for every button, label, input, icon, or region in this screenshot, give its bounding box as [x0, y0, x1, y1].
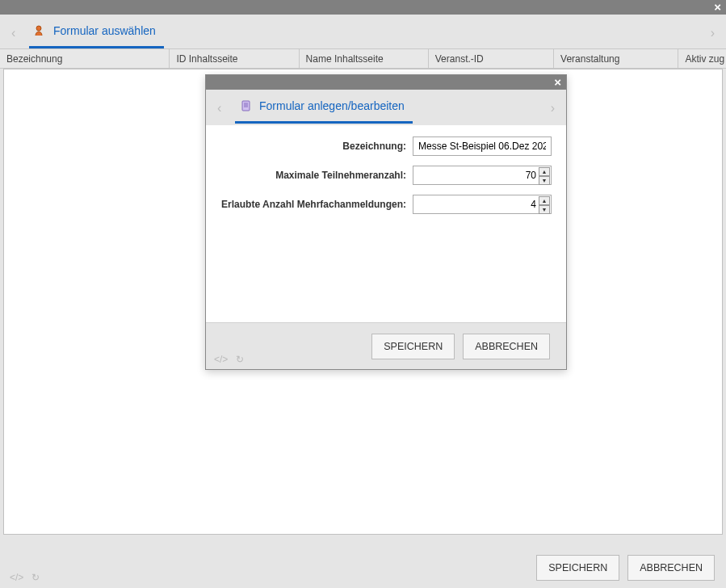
nav-prev-icon[interactable]: ‹	[217, 101, 221, 116]
col-label: ID Inhaltsseite	[176, 53, 237, 65]
nav-prev-icon[interactable]: ‹	[11, 26, 15, 40]
input-bezeichnung[interactable]	[413, 136, 552, 156]
svg-point-0	[36, 26, 41, 31]
svg-rect-1	[242, 101, 250, 111]
grid-header: Bezeichnung ID Inhaltsseite Name Inhalts…	[0, 48, 726, 69]
code-icon[interactable]: </>	[214, 354, 228, 365]
code-icon[interactable]: </>	[10, 572, 23, 583]
modal-footer: SPEICHERN ABBRECHEN	[206, 322, 566, 369]
col-label: Veranst.-ID	[435, 53, 484, 65]
document-icon	[240, 99, 253, 112]
row-bezeichnung: Bezeichnung:	[206, 136, 552, 156]
modal-body: Bezeichnung: Maximale Teilnehmeranzahl: …	[206, 125, 566, 309]
outer-footer: SPEICHERN ABBRECHEN	[0, 548, 726, 588]
spin-up-icon[interactable]: ▲	[539, 167, 550, 176]
dev-toolbar: </> ↻	[214, 354, 244, 365]
spin-down-icon[interactable]: ▼	[539, 176, 550, 185]
dev-toolbar: </> ↻	[10, 572, 40, 583]
col-bezeichnung[interactable]: Bezeichnung	[0, 49, 170, 68]
tab-label: Formular anlegen/bearbeiten	[259, 99, 405, 112]
col-name-inhaltsseite[interactable]: Name Inhaltsseite	[300, 49, 429, 68]
tab-label: Formular auswählen	[53, 24, 156, 37]
row-max-teilnehmer: Maximale Teilnehmeranzahl: ▲ ▼	[206, 166, 552, 185]
cancel-button[interactable]: ABBRECHEN	[463, 334, 550, 359]
col-label: Bezeichnung	[6, 53, 62, 65]
spinner-max-teilnehmer: ▲ ▼	[413, 166, 552, 185]
col-aktiv[interactable]: Aktiv zug	[678, 49, 726, 68]
save-button[interactable]: SPEICHERN	[536, 555, 619, 581]
nav-next-icon[interactable]: ›	[711, 26, 715, 40]
outer-tabbar: ‹ Formular auswählen ›	[0, 15, 726, 48]
outer-titlebar: ×	[0, 0, 726, 15]
cancel-button[interactable]: ABBRECHEN	[627, 555, 715, 581]
spin-down-icon[interactable]: ▼	[539, 205, 550, 214]
col-veranstaltung[interactable]: Veranstaltung	[554, 49, 678, 68]
label-mehrfach: Erlaubte Anzahl Mehrfachanmeldungen:	[221, 199, 413, 210]
modal-formular-bearbeiten: × ‹ Formular anlegen/bearbeiten › Beze	[205, 74, 567, 370]
modal-header: ‹ Formular anlegen/bearbeiten ›	[206, 90, 566, 125]
outer-window: × ‹ Formular auswählen › Bezeichnung ID …	[0, 0, 726, 588]
label-bezeichnung: Bezeichnung:	[342, 141, 413, 152]
row-mehrfach: Erlaubte Anzahl Mehrfachanmeldungen: ▲ ▼	[206, 195, 552, 214]
refresh-icon[interactable]: ↻	[236, 354, 244, 365]
tab-formular-anlegen[interactable]: Formular anlegen/bearbeiten	[235, 90, 413, 124]
modal-titlebar: ×	[206, 75, 566, 90]
input-mehrfach[interactable]	[413, 195, 552, 214]
close-icon[interactable]: ×	[714, 1, 721, 13]
input-max-teilnehmer[interactable]	[413, 166, 552, 185]
refresh-icon[interactable]: ↻	[31, 572, 40, 583]
col-id-inhaltsseite[interactable]: ID Inhaltsseite	[170, 49, 299, 68]
form-icon	[34, 24, 47, 37]
spin-up-icon[interactable]: ▲	[539, 196, 550, 205]
close-icon[interactable]: ×	[554, 76, 561, 88]
tab-formular-auswaehlen[interactable]: Formular auswählen	[29, 15, 164, 48]
col-veranst-id[interactable]: Veranst.-ID	[429, 49, 554, 68]
nav-next-icon[interactable]: ›	[551, 101, 555, 116]
col-label: Name Inhaltsseite	[306, 53, 384, 65]
col-label: Aktiv zug	[685, 53, 724, 65]
save-button[interactable]: SPEICHERN	[371, 334, 455, 359]
label-max-teilnehmer: Maximale Teilnehmeranzahl:	[275, 170, 413, 181]
col-label: Veranstaltung	[560, 53, 619, 65]
spinner-mehrfach: ▲ ▼	[413, 195, 552, 214]
